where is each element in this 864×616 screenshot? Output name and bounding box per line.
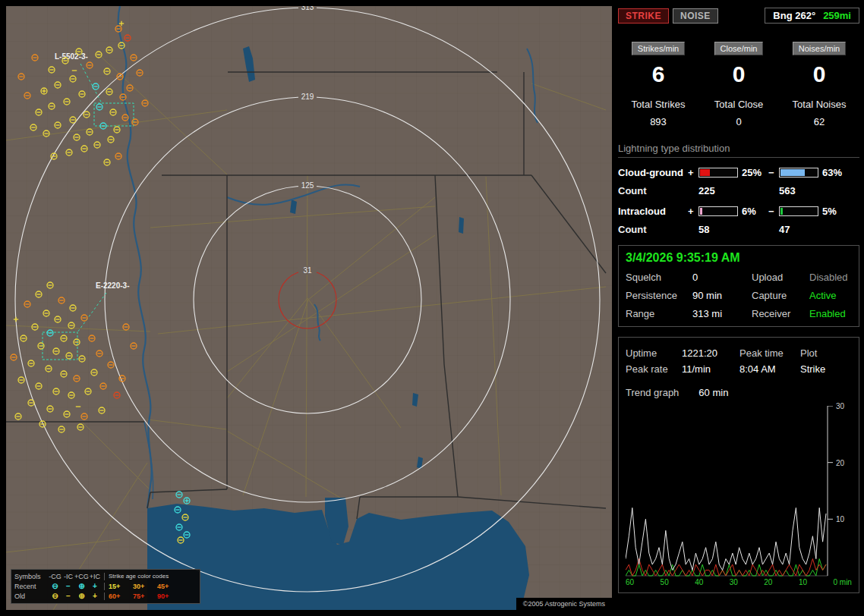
cg-minus-old-icon: ⊖ [48, 592, 62, 600]
cg-plus-old-icon: ⊕ [74, 592, 89, 600]
legend-divider [104, 592, 106, 600]
total-noises-value: 62 [779, 116, 859, 127]
app: { "map": { "bg": "#6b6058", "center": {"… [0, 0, 864, 616]
legend-header-row: Symbols -CG -IC +CG +IC Strike age color… [14, 571, 197, 581]
age-45: 45+ [157, 583, 181, 590]
trend-series-strikes [626, 508, 826, 570]
y-tick-10: 10 [836, 515, 844, 523]
uptime-row: Uptime 1221:20 Peak time Plot [626, 347, 852, 359]
plot-mode-value: Strike [800, 363, 852, 375]
count-label: Count [618, 185, 688, 196]
legend-symbols-header: Symbols [14, 573, 48, 580]
y-tick-30: 30 [836, 402, 844, 410]
legend-divider [104, 583, 106, 590]
strike-toggle-button[interactable]: STRIKE [618, 8, 669, 24]
age-60: 60+ [109, 592, 133, 600]
cloud-ground-count-row: Count 225 563 [618, 185, 859, 196]
legend-col-pos-ic: +IC [89, 573, 101, 580]
legend-divider [104, 573, 106, 580]
strike-map[interactable]: 31321912531L-5502-3-E-2220-3- Symbols -C… [6, 6, 612, 610]
intracloud-count-row: Count 58 47 [618, 224, 859, 235]
x-tick-40: 40 [695, 578, 703, 586]
strikes-per-min-button[interactable]: Strikes/min [632, 42, 685, 55]
ring-distance-label: 31 [303, 266, 312, 275]
intracloud-row: Intracloud + 6% − 5% [618, 206, 859, 217]
legend-col-neg-ic: -IC [62, 573, 74, 580]
legend-age-header: Strike age color codes [109, 573, 181, 580]
total-strikes-label: Total Strikes [618, 99, 698, 110]
x-tick-30: 30 [730, 578, 738, 586]
persistence-label: Persistence [626, 290, 692, 301]
peak-rate-label: Peak rate [626, 363, 682, 375]
uptime-value: 1221:20 [682, 347, 739, 359]
bearing-distance: 259mi [823, 10, 851, 21]
trend-window-value: 60 min [698, 387, 728, 398]
receiver-status-box: 3/4/2026 9:35:19 AM Squelch 0 Upload Dis… [618, 245, 859, 327]
peak-rate-row: Peak rate 11/min 8:04 AM Strike [626, 363, 852, 375]
total-close-value: 0 [698, 116, 779, 127]
y-tick-20: 20 [836, 459, 844, 467]
legend-col-pos-cg: +CG [74, 573, 89, 580]
ic-negative-pct: 5% [818, 206, 844, 217]
ic-minus-old-icon: − [62, 592, 74, 600]
range-row: Range 313 mi Receiver Enabled [626, 308, 852, 319]
x-tick-10: 10 [799, 578, 807, 586]
minus-sign: − [768, 206, 779, 217]
cg-negative-bar [779, 168, 818, 178]
noises-per-min-button[interactable]: Noises/min [793, 42, 846, 55]
trend-series-noise [626, 559, 826, 576]
age-90: 90+ [157, 592, 181, 600]
cg-positive-count: 225 [698, 185, 768, 196]
noises-rate: 0 [779, 61, 859, 87]
close-per-min-button[interactable]: Close/min [714, 42, 764, 55]
x-axis-labels: 60 50 40 30 20 10 0 min [626, 578, 852, 586]
ring-distance-label: 313 [301, 6, 314, 11]
close-rate: 0 [698, 61, 779, 87]
intracloud-label: Intracloud [618, 206, 688, 217]
close-counter: Close/min 0 Total Close 0 [698, 42, 779, 127]
plot-label: Plot [800, 347, 852, 359]
receiver-label: Receiver [752, 308, 809, 319]
peak-rate-value: 11/min [682, 363, 739, 375]
persistence-value: 90 min [692, 290, 752, 301]
squelch-value: 0 [692, 272, 752, 283]
ring-distance-label: 125 [301, 181, 314, 190]
legend-recent-row: Recent ⊖ − ⊕ + 15+ 30+ 45+ [14, 581, 197, 591]
uptime-label: Uptime [626, 347, 682, 359]
map-legend: Symbols -CG -IC +CG +IC Strike age color… [11, 569, 200, 604]
persistence-row: Persistence 90 min Capture Active [626, 290, 852, 301]
age-30: 30+ [133, 583, 157, 590]
ic-minus-recent-icon: − [62, 583, 74, 590]
map-svg: 31321912531L-5502-3-E-2220-3- [6, 6, 612, 610]
cg-minus-recent-icon: ⊖ [48, 583, 62, 590]
minus-sign: − [768, 167, 779, 178]
trend-graph-header: Trend graph 60 min [626, 387, 852, 398]
total-noises-label: Total Noises [779, 99, 859, 110]
ic-negative-count: 47 [779, 224, 844, 235]
x-tick-0: 0 min [833, 578, 851, 586]
upload-status: Disabled [809, 272, 852, 283]
noises-counter: Noises/min 0 Total Noises 62 [779, 42, 859, 127]
plus-sign: + [688, 167, 698, 178]
receiver-status: Enabled [809, 308, 852, 319]
cg-negative-count: 563 [779, 185, 844, 196]
strikes-rate: 6 [618, 61, 698, 87]
age-75: 75+ [133, 592, 157, 600]
capture-status: Active [809, 290, 852, 301]
range-label: Range [626, 308, 692, 319]
total-strikes-value: 893 [618, 116, 698, 127]
noise-toggle-button[interactable]: NOISE [673, 8, 718, 24]
ic-positive-count: 58 [698, 224, 768, 235]
age-15: 15+ [109, 583, 133, 590]
x-tick-50: 50 [661, 578, 669, 586]
ic-positive-pct: 6% [738, 206, 768, 217]
distribution-title: Lightning type distribution [618, 143, 859, 158]
plus-sign: + [688, 206, 698, 217]
legend-old-label: Old [14, 592, 48, 600]
peak-time-label: Peak time [739, 347, 800, 359]
range-value: 313 mi [692, 308, 752, 319]
storm-cell-label: E-2220-3- [96, 281, 129, 290]
ic-plus-recent-icon: + [89, 583, 101, 590]
capture-label: Capture [752, 290, 809, 301]
bearing-readout: Bng 262° 259mi [765, 8, 859, 24]
